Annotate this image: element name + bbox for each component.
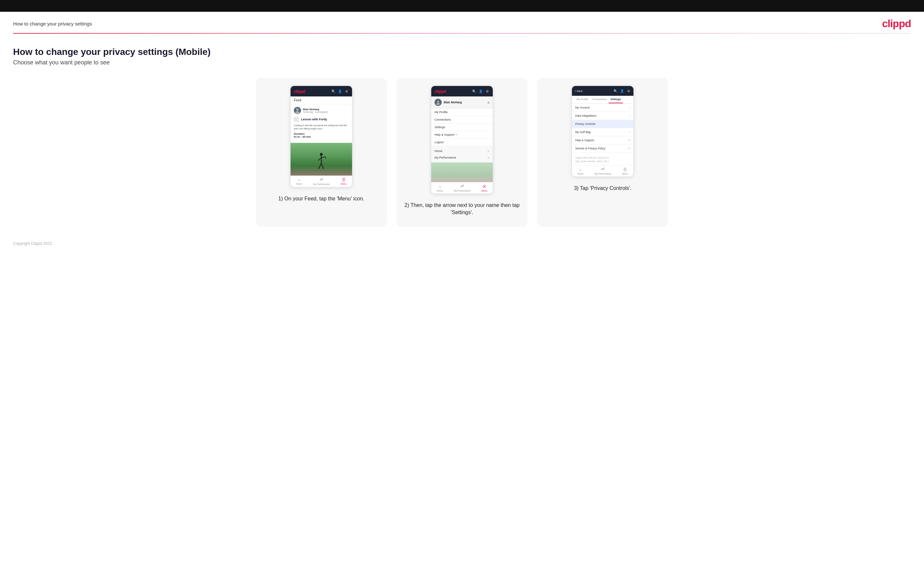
settings-version: Clippd Client Version: 2022.8.3-3 SQL Se… (572, 153, 633, 165)
bottom-nav-menu-1[interactable]: ☰ Menu (341, 177, 347, 185)
settings-help-support[interactable]: Help & Support ↗ (572, 136, 633, 145)
copyright: Copyright Clippd 2022 (13, 241, 52, 246)
settings-icon-3[interactable]: ⚙ (626, 89, 631, 93)
bottom-nav-home-1[interactable]: ⌂ Home (296, 177, 302, 185)
feed-post: Blair McHarg Yesterday · Sunningdale Les… (291, 104, 352, 143)
golfer-silhouette (315, 153, 328, 172)
author-name: Blair McHarg (303, 108, 328, 111)
post-author-info: Blair McHarg Yesterday · Sunningdale (303, 108, 328, 113)
service-privacy-label: Service & Privacy Policy (575, 147, 605, 150)
bottom-nav-menu-3[interactable]: ☰ Menu (622, 168, 628, 175)
privacy-controls-chevron: › (629, 122, 630, 126)
user-icon[interactable]: 👤 (338, 89, 342, 93)
close-icon-2: ✕ (483, 184, 486, 189)
bottom-nav-home-3[interactable]: ⌂ Home (577, 168, 584, 175)
phone-nav-icons-2: 🔍 👤 ⚙ (472, 89, 489, 93)
settings-tabs: My Profile Connections Settings (572, 96, 633, 104)
tab-my-profile[interactable]: My Profile (575, 96, 590, 103)
dropdown-my-performance[interactable]: My Performance ∨ (435, 154, 489, 161)
tab-connections[interactable]: Connections (590, 96, 609, 103)
data-integrations-chevron: › (629, 114, 630, 118)
dropdown-help-support[interactable]: Help & Support (431, 131, 493, 139)
search-icon-3[interactable]: 🔍 (613, 89, 618, 93)
step3-caption: 3) Tap 'Privacy Controls'. (574, 185, 632, 192)
back-button[interactable]: < Back (575, 90, 583, 92)
header-title: How to change your privacy settings (13, 21, 92, 26)
phone-mockup-1: clippd 🔍 👤 ⚙ Feed (290, 85, 352, 187)
user-icon-3[interactable]: 👤 (620, 89, 624, 93)
settings-privacy-controls[interactable]: Privacy Controls › (572, 120, 633, 128)
my-golf-bag-label: My Golf Bag (575, 131, 591, 134)
svg-point-0 (296, 108, 299, 111)
svg-point-2 (320, 153, 323, 156)
version-line1: Clippd Client Version: 2022.8.3-3 (575, 156, 630, 160)
lesson-desc: Looking to feel like my hands are exitin… (294, 124, 349, 131)
phone-nav-icons-1: 🔍 👤 ⚙ (331, 89, 349, 93)
page-subheading: Choose what you want people to see (13, 59, 911, 66)
home-label-3: Home (577, 172, 584, 175)
dropdown-settings[interactable]: Settings (431, 124, 493, 131)
dropdown-connections[interactable]: Connections (431, 116, 493, 124)
performance-icon-3 (601, 167, 605, 172)
svg-line-7 (321, 163, 324, 169)
home-icon-2: ⌂ (438, 184, 441, 189)
privacy-controls-label: Privacy Controls (575, 122, 596, 126)
phone-nav-2: clippd 🔍 👤 ⚙ (431, 86, 493, 97)
settings-service-privacy[interactable]: Service & Privacy Policy ↗ (572, 145, 633, 153)
settings-my-account[interactable]: My Account › (572, 104, 633, 112)
bg-image-2 (431, 163, 493, 182)
dropdown-user-name: Blair McHarg (444, 101, 462, 104)
help-support-label: Help & Support (575, 139, 594, 142)
logo: clippd (882, 18, 911, 30)
settings-data-integrations[interactable]: Data Integrations › (572, 112, 633, 120)
svg-line-6 (318, 163, 321, 169)
bottom-nav-performance-3[interactable]: My Performance (594, 167, 611, 175)
duration-label: Duration (294, 132, 305, 135)
dropdown-my-profile[interactable]: My Profile (431, 108, 493, 116)
phone-logo-1: clippd (294, 89, 305, 94)
steps-container: clippd 🔍 👤 ⚙ Feed (13, 78, 911, 227)
settings-icon[interactable]: ⚙ (344, 89, 349, 93)
dropdown-user-info: Blair McHarg (435, 99, 462, 106)
main-content: How to change your privacy settings (Mob… (0, 34, 924, 234)
bottom-nav-close-2[interactable]: ✕ Menu (481, 184, 488, 192)
step1-caption: 1) On your Feed, tap the 'Menu' icon. (278, 195, 364, 202)
author-meta: Yesterday · Sunningdale (303, 111, 328, 113)
top-bar (0, 0, 924, 12)
dropdown-logout[interactable]: Logout (431, 139, 493, 146)
home-label-2: Home (437, 190, 443, 192)
step-card-1: clippd 🔍 👤 ⚙ Feed (256, 78, 387, 227)
post-lesson-header: Lesson with Fordy (294, 117, 349, 122)
settings-back-bar: < Back 🔍 👤 ⚙ (572, 86, 633, 96)
dropdown-user-row[interactable]: Blair McHarg ∧ (431, 97, 493, 108)
avatar-1 (294, 107, 301, 114)
bottom-nav-performance-1[interactable]: My Performance (313, 177, 330, 185)
bottom-nav-performance-2[interactable]: My Performance (454, 184, 470, 192)
dropdown-home[interactable]: Home ∨ (435, 148, 489, 154)
version-line2: SQL Server Version: 2022.7.30-1 (575, 160, 630, 163)
search-icon[interactable]: 🔍 (331, 89, 336, 93)
menu-label-2: Menu (481, 190, 488, 192)
performance-icon-1 (320, 177, 324, 182)
bottom-nav-home-2[interactable]: ⌂ Home (437, 184, 443, 192)
search-icon-2[interactable]: 🔍 (472, 89, 477, 93)
dropdown-home-label: Home (435, 149, 443, 153)
header: How to change your privacy settings clip… (0, 12, 924, 33)
phone-mockup-2: clippd 🔍 👤 ⚙ (431, 85, 493, 194)
phone-bottom-nav-3: ⌂ Home My Performance ☰ Menu (572, 165, 633, 177)
home-icon-1: ⌂ (298, 177, 300, 182)
golf-image (291, 143, 352, 176)
lesson-icon (294, 117, 299, 122)
my-account-label: My Account (575, 106, 590, 109)
tab-settings[interactable]: Settings (609, 96, 623, 103)
footer: Copyright Clippd 2022 (0, 234, 924, 254)
lesson-duration: Duration 01 hr : 30 min (294, 132, 349, 138)
user-icon-2[interactable]: 👤 (478, 89, 483, 93)
menu-label-1: Menu (341, 183, 347, 185)
step-card-3: < Back 🔍 👤 ⚙ My Profile Connections Sett… (537, 78, 668, 227)
duration-value: 01 hr : 30 min (294, 135, 311, 138)
settings-icon-2[interactable]: ⚙ (485, 89, 489, 93)
my-account-chevron: › (629, 106, 630, 109)
lesson-title: Lesson with Fordy (301, 118, 327, 121)
settings-my-golf-bag[interactable]: My Golf Bag › (572, 128, 633, 136)
